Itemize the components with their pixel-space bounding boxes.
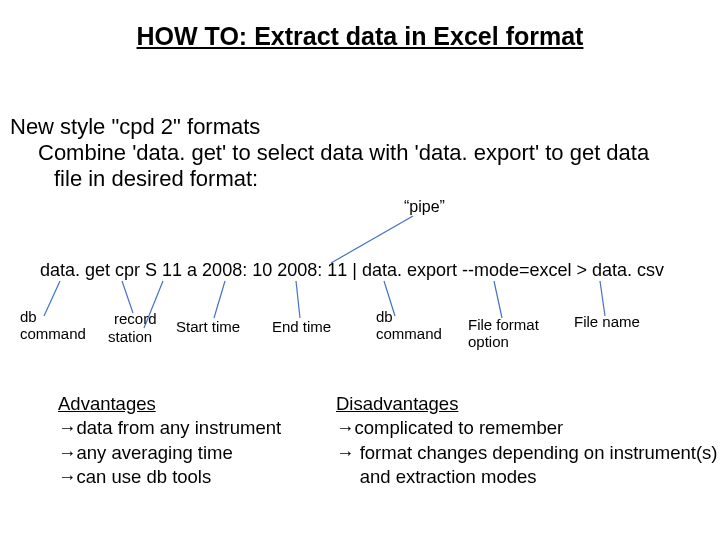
- adv-item-2: →any averaging time: [58, 441, 281, 465]
- pipe-label: “pipe”: [404, 198, 445, 216]
- dis-item-3: → and extraction modes: [336, 465, 718, 489]
- advantages-block: Advantages →data from any instrument →an…: [58, 392, 281, 490]
- slide: HOW TO: Extract data in Excel format New…: [0, 0, 720, 540]
- ann-file-name: File name: [574, 313, 640, 330]
- line-end: [296, 281, 300, 318]
- adv-item-1: →data from any instrument: [58, 416, 281, 440]
- ann-file-format: File format option: [468, 316, 539, 351]
- arrow-icon: →: [58, 442, 77, 463]
- arrow-icon: →: [336, 442, 355, 463]
- line-format: [494, 281, 502, 318]
- arrow-icon: →: [58, 417, 77, 438]
- ann-start-time: Start time: [176, 318, 240, 335]
- dis-item-2: → format changes depending on instrument…: [336, 441, 718, 465]
- adv-item-3: →can use db tools: [58, 465, 281, 489]
- ann-db-command-1: db command: [20, 308, 86, 343]
- intro-block: New style "cpd 2" formats Combine 'data.…: [10, 114, 710, 192]
- ann-station: station: [108, 328, 152, 345]
- page-title: HOW TO: Extract data in Excel format: [0, 22, 720, 51]
- ann-end-time: End time: [272, 318, 331, 335]
- advantages-header: Advantages: [58, 392, 281, 416]
- arrow-icon: →: [58, 466, 77, 487]
- line-filename: [600, 281, 605, 316]
- intro-line-1: New style "cpd 2" formats: [10, 114, 710, 140]
- line-pipe: [331, 216, 413, 263]
- disadvantages-block: Disadvantages →complicated to remember →…: [336, 392, 718, 490]
- ann-db-command-2: db command: [376, 308, 442, 343]
- intro-line-2: Combine 'data. get' to select data with …: [38, 140, 710, 166]
- disadvantages-header: Disadvantages: [336, 392, 718, 416]
- line-record: [122, 281, 133, 313]
- ann-record: record: [114, 310, 157, 327]
- line-start: [214, 281, 225, 318]
- arrow-icon: →: [336, 417, 355, 438]
- dis-item-1: →complicated to remember: [336, 416, 718, 440]
- command-line: data. get cpr S 11 a 2008: 10 2008: 11 |…: [40, 260, 690, 281]
- intro-line-3: file in desired format:: [54, 166, 710, 192]
